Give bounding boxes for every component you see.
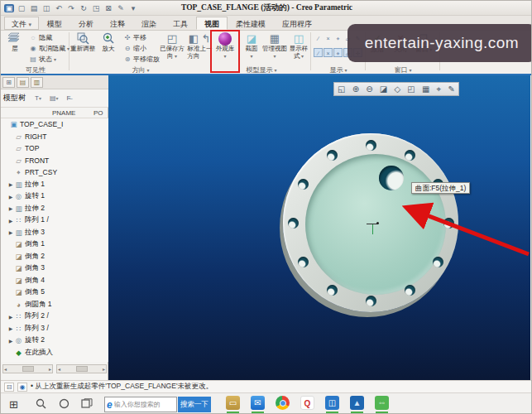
file-menu-button[interactable]: 文件 ▾ xyxy=(4,17,39,30)
tree-item-倒角 5[interactable]: ◪倒角 5 xyxy=(1,286,108,299)
points-toggle-icon[interactable]: × xyxy=(324,48,333,57)
wechat-icon[interactable]: ◦◦ xyxy=(375,396,389,410)
tree-item-在此插入[interactable]: ◆在此插入 xyxy=(1,347,108,359)
tree-item-倒角 2[interactable]: ◪倒角 2 xyxy=(1,251,108,263)
expand-arrow-icon[interactable]: ▶ xyxy=(7,325,14,331)
saved-orientations-button[interactable]: ◰ 已保存方向 ▾ xyxy=(160,31,185,64)
flange-model[interactable] xyxy=(108,75,530,380)
zoom-in-button[interactable]: 放大 xyxy=(96,31,121,64)
tree-item-label: 在此插入 xyxy=(25,348,53,358)
chevron-down-icon: ▾ xyxy=(250,54,252,59)
sections-button[interactable]: ◪ 截面▾ xyxy=(242,31,261,64)
web-browser-toggle-icon[interactable]: ◉ xyxy=(17,383,27,392)
manage-views-button[interactable]: ▦ 管理视图▾ xyxy=(262,31,287,64)
previous-view-button[interactable]: ↰ 上一 xyxy=(199,31,213,64)
axes-icon[interactable]: ∕ xyxy=(314,34,323,43)
favorites-tab-icon[interactable]: ▥ xyxy=(31,77,43,88)
tree-item-阵列 3 /[interactable]: ▶∷阵列 3 / xyxy=(1,323,108,335)
flange-top-hole[interactable] xyxy=(379,166,404,190)
tree-item-旋转 1[interactable]: ▶◎旋转 1 xyxy=(1,190,108,203)
expand-arrow-icon[interactable]: ▶ xyxy=(7,194,14,200)
tree-item-拉伸 3[interactable]: ▶▥拉伸 3 xyxy=(1,227,108,239)
appearance-sphere-icon xyxy=(218,32,232,46)
windows-taskbar: ⊞ e 输入你想搜索的 搜索一下 ▭✉Q◫▲◦◦ xyxy=(1,392,532,414)
tab-应用程序[interactable]: 应用程序 xyxy=(274,17,320,30)
taskbar-search-box[interactable]: e 输入你想搜索的 xyxy=(104,397,177,412)
pan-button[interactable]: ✣平移 xyxy=(123,32,160,42)
tree-item-倒圆角 1[interactable]: ◕倒圆角 1 xyxy=(1,299,108,311)
search-placeholder: 输入你想搜索的 xyxy=(114,400,161,409)
display-style-button[interactable]: ◫ 显示样式 ▾ xyxy=(289,31,309,64)
tab-注释[interactable]: 注释 xyxy=(102,17,133,30)
graphics-area[interactable]: ◱⊕⊖◪◇◰▦⌖✎ 曲面:F5(拉伸_1) xyxy=(108,75,530,380)
expand-arrow-icon[interactable]: ▶ xyxy=(7,314,14,320)
image-viewer-icon[interactable]: ▲ xyxy=(350,396,364,410)
scroll-thumb[interactable] xyxy=(76,366,88,372)
tree-item-PRT_CSY[interactable]: ⌖PRT_CSY xyxy=(1,166,108,179)
windows-start-icon[interactable]: ⊞ xyxy=(9,398,18,411)
csys-toggle-icon[interactable]: ⌖ xyxy=(333,48,343,57)
tree-columns-icon[interactable]: ▤▾ xyxy=(47,94,61,103)
expand-arrow-icon[interactable]: ▶ xyxy=(7,205,14,211)
tree-item-label: 倒圆角 1 xyxy=(25,300,52,310)
column-po[interactable]: PO xyxy=(93,109,103,117)
status-button[interactable]: ▤状态▾ xyxy=(29,54,69,64)
expand-arrow-icon[interactable]: ▶ xyxy=(7,338,14,344)
scroll-thumb[interactable] xyxy=(22,366,34,372)
appearance-gallery-button[interactable]: 外观库▾ xyxy=(213,31,237,64)
cortana-icon[interactable] xyxy=(59,398,69,412)
csys-icon: ⌖ xyxy=(14,168,23,177)
navigator-toggle-icon[interactable]: ⊟ xyxy=(4,383,14,392)
tab-分析[interactable]: 分析 xyxy=(70,17,102,30)
zoom-out-button[interactable]: ⊖缩小 xyxy=(123,43,160,53)
axes-toggle-icon[interactable]: ∕ xyxy=(314,48,323,57)
tree-item-FRONT[interactable]: ▱FRONT xyxy=(1,155,108,167)
tree-item-倒角 1[interactable]: ◪倒角 1 xyxy=(1,238,108,251)
model-tree-tab-icon[interactable]: ⊞ xyxy=(2,77,15,88)
refit-button[interactable]: 重新调整 xyxy=(70,31,95,64)
tab-视图[interactable]: 视图 xyxy=(196,17,228,30)
tab-模型[interactable]: 模型 xyxy=(39,17,70,30)
tree-item-拉伸 1[interactable]: ▶▥拉伸 1 xyxy=(1,179,108,191)
pan-zoom-button[interactable]: ⊛平移缩放 xyxy=(123,54,160,64)
chevron-down-icon: ▾ xyxy=(223,54,226,59)
qq-icon[interactable]: Q xyxy=(300,396,314,410)
tab-工具[interactable]: 工具 xyxy=(165,17,196,30)
photos-icon[interactable]: ◫ xyxy=(325,396,339,410)
tab-柔性建模[interactable]: 柔性建模 xyxy=(228,17,274,30)
expand-arrow-icon[interactable]: ▶ xyxy=(7,181,14,187)
printer-icon[interactable]: ▭ xyxy=(226,396,240,410)
unhide-button[interactable]: ◉取消隐藏▾ xyxy=(29,43,69,53)
tree-item-阵列 1 /[interactable]: ▶∷阵列 1 / xyxy=(1,214,108,227)
tree-hscrollbar[interactable]: ◂▸ xyxy=(2,364,53,373)
tree-item-倒角 4[interactable]: ◪倒角 4 xyxy=(1,275,108,287)
columns-hscrollbar[interactable]: ◂▸ xyxy=(56,364,107,373)
expand-arrow-icon[interactable]: ▶ xyxy=(7,229,14,235)
tree-item-RIGHT[interactable]: ▱RIGHT xyxy=(1,131,108,143)
mail-icon[interactable]: ✉ xyxy=(251,396,265,410)
pattern-icon: ∷ xyxy=(14,312,23,320)
search-go-button[interactable]: 搜索一下 xyxy=(178,397,211,412)
layers-button[interactable]: 层 xyxy=(2,31,27,64)
points-icon[interactable]: × xyxy=(324,34,333,43)
csys-icon[interactable]: ⌖ xyxy=(333,34,343,43)
column-pname[interactable]: PNAME xyxy=(52,109,75,117)
tree-item-阵列 2 /[interactable]: ▶∷阵列 2 / xyxy=(1,310,108,323)
task-view-icon[interactable] xyxy=(81,398,93,412)
hide-button[interactable]: ◌隐藏 xyxy=(29,32,69,42)
tree-item-TOP[interactable]: ▱TOP xyxy=(1,142,108,155)
tree-filters-icon[interactable]: T▾ xyxy=(32,94,44,103)
tree-search-icon[interactable]: F̶ xyxy=(64,94,73,103)
tree-item-TOP_CASE_I[interactable]: ▣TOP_CASE_I xyxy=(1,118,108,131)
tree-item-倒角 3[interactable]: ◪倒角 3 xyxy=(1,262,108,275)
tab-渲染[interactable]: 渲染 xyxy=(133,17,165,30)
folder-browser-tab-icon[interactable]: ▤ xyxy=(17,77,29,88)
extrude-icon: ▥ xyxy=(14,229,23,237)
chrome-icon[interactable] xyxy=(276,396,290,410)
expand-arrow-icon[interactable]: ▶ xyxy=(7,218,14,224)
tree-item-旋转 2[interactable]: ▶◎旋转 2 xyxy=(1,335,108,347)
search-icon[interactable] xyxy=(36,398,46,412)
hide-icon: ◌ xyxy=(29,34,37,41)
display-style-icon: ◫ xyxy=(289,31,309,46)
tree-item-拉伸 2[interactable]: ▶▥拉伸 2 xyxy=(1,203,108,215)
